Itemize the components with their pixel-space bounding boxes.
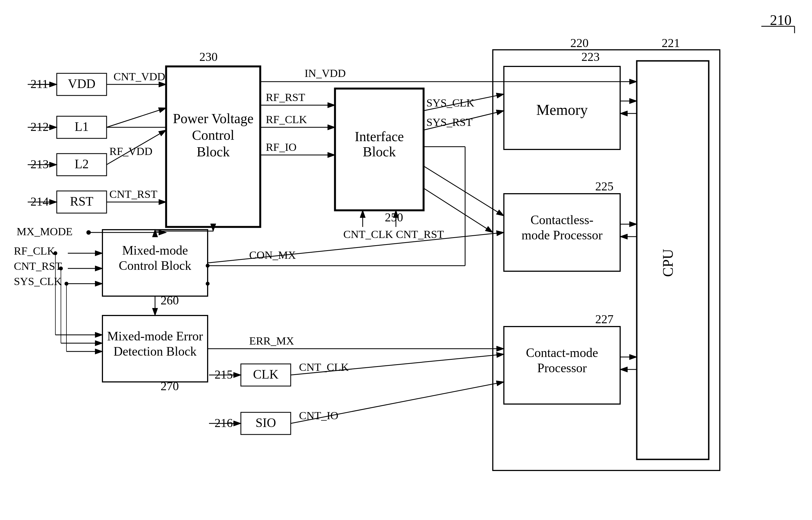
signal-cnt-vdd: CNT_VDD bbox=[113, 70, 165, 83]
signal-cnt-rst-in: CNT_RST bbox=[396, 228, 444, 240]
signal-cnt-rst-left: CNT_RST bbox=[14, 260, 62, 272]
signal-con-mx: CON_MX bbox=[249, 249, 296, 261]
power-label-1: Power Voltage bbox=[173, 111, 253, 126]
ref-227: 227 bbox=[595, 312, 613, 326]
ref-260: 260 bbox=[160, 294, 179, 307]
sio-box: SIO bbox=[256, 416, 276, 430]
signal-cnt-clk-in: CNT_CLK bbox=[343, 228, 393, 240]
signal-in-vdd: IN_VDD bbox=[305, 67, 346, 79]
signal-cnt-rst: CNT_RST bbox=[109, 188, 157, 200]
ref-270: 270 bbox=[160, 380, 179, 393]
ref-250: 250 bbox=[385, 211, 403, 224]
mixed-error-label-2: Detection Block bbox=[113, 344, 197, 358]
mixed-error-label-1: Mixed-mode Error bbox=[107, 329, 203, 343]
power-label-2: Control bbox=[192, 127, 234, 143]
l2-box: L2 bbox=[74, 157, 88, 171]
contact-label-1: Contact-mode bbox=[526, 346, 598, 360]
l1-box: L1 bbox=[74, 120, 88, 134]
cpu-label: CPU bbox=[660, 249, 676, 277]
signal-sys-rst: SYS_RST bbox=[426, 116, 473, 128]
power-label-3: Block bbox=[197, 144, 229, 159]
signal-mx-mode: MX_MODE bbox=[17, 225, 73, 238]
signal-rf-io: RF_IO bbox=[266, 141, 297, 153]
svg-point-59 bbox=[53, 251, 57, 255]
ref-210: 210 bbox=[770, 12, 791, 28]
signal-rf-clk-left: RF_CLK bbox=[14, 245, 55, 257]
ref-223: 223 bbox=[581, 50, 600, 64]
signal-rf-rst: RF_RST bbox=[266, 91, 305, 104]
svg-point-60 bbox=[59, 266, 63, 270]
ref-230: 230 bbox=[199, 50, 218, 64]
mixed-control-label-1: Mixed-mode bbox=[122, 243, 188, 257]
interface-label-2: Block bbox=[363, 144, 396, 159]
signal-sys-clk-left: SYS_CLK bbox=[14, 275, 62, 288]
vdd-box: VDD bbox=[68, 77, 96, 91]
signal-rf-clk-power: RF_CLK bbox=[266, 113, 307, 126]
svg-point-61 bbox=[65, 282, 68, 286]
memory-label: Memory bbox=[536, 102, 588, 118]
mixed-control-label-2: Control Block bbox=[119, 258, 191, 272]
ref-220: 220 bbox=[570, 36, 589, 50]
ref-225: 225 bbox=[595, 180, 613, 193]
contact-label-2: Processor bbox=[537, 361, 587, 375]
circuit-diagram: 210 220 CPU 221 Memory 223 Contactless- … bbox=[0, 0, 812, 520]
interface-label-1: Interface bbox=[355, 129, 404, 144]
signal-rf-vdd: RF_VDD bbox=[109, 145, 153, 157]
ref-221: 221 bbox=[662, 36, 680, 50]
contactless-label-1: Contactless- bbox=[530, 213, 593, 227]
svg-point-34 bbox=[86, 230, 91, 235]
signal-err-mx: ERR_MX bbox=[249, 335, 294, 347]
clk-box: CLK bbox=[253, 367, 279, 381]
rst-box: RST bbox=[70, 194, 93, 208]
contactless-label-2: mode Processor bbox=[522, 228, 603, 242]
signal-sys-clk-out: SYS_CLK bbox=[426, 97, 474, 109]
signal-cnt-io: CNT_IO bbox=[299, 409, 338, 422]
svg-point-77 bbox=[206, 282, 209, 286]
signal-cnt-clk: CNT_CLK bbox=[299, 361, 349, 373]
